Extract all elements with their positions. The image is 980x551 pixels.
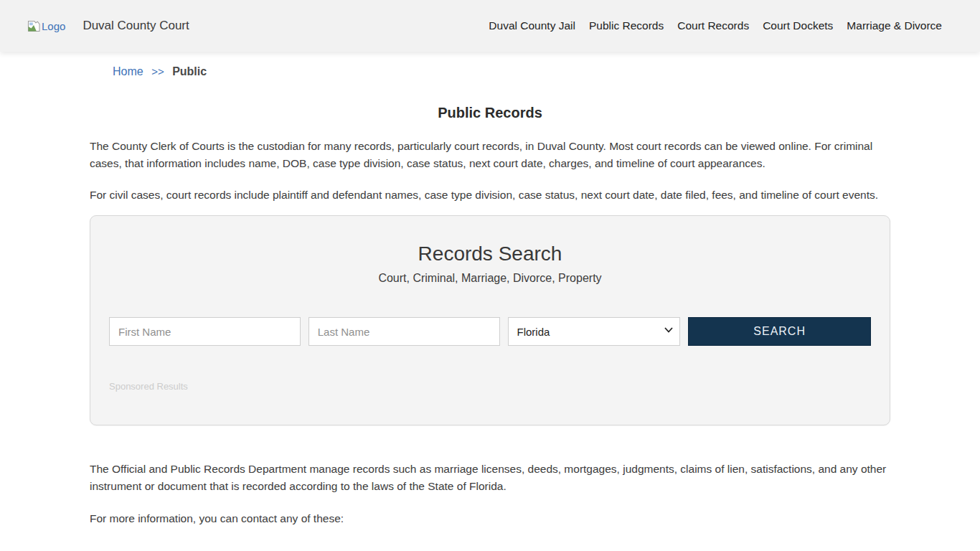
breadcrumb-current: Public — [172, 65, 207, 77]
nav-duval-county-jail[interactable]: Duval County Jail — [489, 19, 575, 32]
nav-court-records[interactable]: Court Records — [677, 19, 749, 32]
breadcrumb-home-link[interactable]: Home — [113, 65, 143, 77]
nav-public-records[interactable]: Public Records — [589, 19, 664, 32]
page-title: Public Records — [90, 105, 890, 121]
breadcrumb: Home >> Public — [113, 65, 890, 78]
logo-link[interactable]: Logo — [27, 20, 65, 32]
header: Logo Duval County Court Duval County Jai… — [0, 0, 980, 52]
contact-info-paragraph: For more information, you can contact an… — [90, 510, 890, 527]
search-panel-subtitle: Court, Criminal, Marriage, Divorce, Prop… — [109, 272, 871, 285]
sponsored-results-label: Sponsored Results — [109, 381, 871, 392]
records-department-paragraph: The Official and Public Records Departme… — [90, 461, 890, 495]
breadcrumb-separator: >> — [151, 65, 164, 77]
state-select[interactable]: Florida — [508, 317, 681, 346]
search-button[interactable]: SEARCH — [688, 317, 871, 346]
first-name-input[interactable] — [109, 317, 301, 346]
state-select-wrap: Florida — [508, 317, 681, 346]
site-title: Duval County Court — [83, 19, 189, 33]
broken-image-icon — [27, 20, 41, 32]
nav-marriage-divorce[interactable]: Marriage & Divorce — [847, 19, 942, 32]
search-panel-title: Records Search — [109, 242, 871, 265]
records-search-panel: Records Search Court, Criminal, Marriage… — [90, 215, 890, 425]
brand: Logo Duval County Court — [27, 19, 189, 33]
intro-paragraph-civil: For civil cases, court records include p… — [90, 187, 890, 204]
logo-alt-text: Logo — [42, 20, 65, 32]
nav-court-dockets[interactable]: Court Dockets — [763, 19, 833, 32]
last-name-input[interactable] — [308, 317, 500, 346]
records-search-form: Florida SEARCH — [109, 317, 871, 346]
main-nav: Duval County Jail Public Records Court R… — [489, 19, 942, 32]
main-content: Home >> Public Public Records The County… — [90, 65, 890, 527]
intro-paragraph-criminal: The County Clerk of Courts is the custod… — [90, 138, 890, 172]
